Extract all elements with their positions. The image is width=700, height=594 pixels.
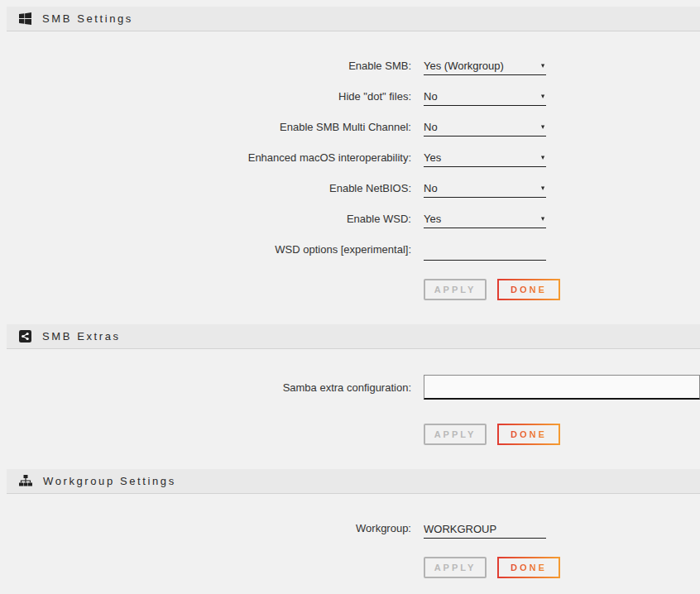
select-smb-multichannel[interactable]: No ▼ — [424, 120, 546, 137]
apply-button-smb-settings[interactable]: APPLY — [424, 279, 487, 300]
label-smb-multichannel: Enable SMB Multi Channel: — [7, 120, 411, 137]
apply-button-smb-extras[interactable]: APPLY — [424, 424, 487, 445]
workgroup-buttons: APPLY DONE — [424, 557, 700, 578]
section-header-smb-extras[interactable]: SMB Extras — [7, 324, 700, 349]
row-workgroup: Workgroup: — [7, 521, 700, 539]
row-wsd-options: WSD options [experimental]: — [7, 242, 700, 261]
row-enable-smb: Enable SMB: Yes (Workgroup) ▼ — [7, 59, 700, 75]
section-title: SMB Extras — [42, 330, 121, 343]
smb-settings-buttons: APPLY DONE — [424, 279, 700, 300]
smb-settings-form: Enable SMB: Yes (Workgroup) ▼ Hide "dot"… — [7, 31, 700, 300]
select-macos-interop[interactable]: Yes ▼ — [424, 151, 546, 167]
sitemap-icon — [19, 475, 32, 486]
label-netbios: Enable NetBIOS: — [7, 181, 411, 198]
label-wsd: Enable WSD: — [7, 212, 411, 228]
done-button-smb-settings[interactable]: DONE — [497, 279, 560, 300]
select-hide-dot-files[interactable]: No ▼ — [424, 89, 546, 106]
section-smb-extras: SMB Extras Samba extra configuration: AP… — [7, 324, 700, 445]
row-macos-interop: Enhanced macOS interoperability: Yes ▼ — [7, 151, 700, 167]
row-smb-multichannel: Enable SMB Multi Channel: No ▼ — [7, 120, 700, 137]
select-wsd[interactable]: Yes ▼ — [424, 212, 546, 228]
share-icon — [19, 330, 31, 343]
input-workgroup[interactable] — [424, 522, 546, 539]
row-wsd: Enable WSD: Yes ▼ — [7, 212, 700, 228]
label-workgroup: Workgroup: — [7, 521, 411, 539]
chevron-down-icon: ▼ — [539, 184, 545, 192]
settings-page: SMB Settings Enable SMB: Yes (Workgroup)… — [0, 0, 700, 578]
section-header-smb-settings[interactable]: SMB Settings — [7, 7, 700, 31]
done-button-smb-extras[interactable]: DONE — [497, 424, 560, 445]
row-samba-extra: Samba extra configuration: — [7, 375, 700, 400]
label-hide-dot-files: Hide "dot" files: — [7, 89, 411, 106]
chevron-down-icon: ▼ — [539, 123, 545, 131]
chevron-down-icon: ▼ — [539, 154, 545, 161]
section-workgroup-settings: Workgroup Settings Workgroup: APPLY DONE — [7, 469, 700, 579]
section-smb-settings: SMB Settings Enable SMB: Yes (Workgroup)… — [7, 7, 700, 300]
smb-extras-form: Samba extra configuration: APPLY DONE — [7, 349, 700, 445]
input-wsd-options[interactable] — [424, 244, 546, 261]
workgroup-form: Workgroup: APPLY DONE — [7, 494, 700, 579]
section-title: Workgroup Settings — [43, 475, 176, 487]
apply-button-workgroup[interactable]: APPLY — [424, 557, 487, 578]
section-header-workgroup-settings[interactable]: Workgroup Settings — [7, 469, 700, 494]
windows-icon — [19, 12, 31, 25]
chevron-down-icon: ▼ — [539, 215, 545, 223]
label-macos-interop: Enhanced macOS interoperability: — [7, 151, 411, 167]
section-title: SMB Settings — [42, 12, 133, 25]
select-netbios[interactable]: No ▼ — [424, 181, 546, 198]
smb-extras-buttons: APPLY DONE — [424, 424, 700, 445]
textarea-samba-extra[interactable] — [424, 375, 700, 400]
done-button-workgroup[interactable]: DONE — [497, 557, 560, 578]
label-samba-extra: Samba extra configuration: — [7, 375, 411, 400]
select-enable-smb[interactable]: Yes (Workgroup) ▼ — [424, 59, 546, 75]
row-hide-dot-files: Hide "dot" files: No ▼ — [7, 89, 700, 106]
label-wsd-options: WSD options [experimental]: — [7, 242, 411, 261]
label-enable-smb: Enable SMB: — [7, 59, 411, 75]
row-netbios: Enable NetBIOS: No ▼ — [7, 181, 700, 198]
chevron-down-icon: ▼ — [539, 93, 545, 100]
chevron-down-icon: ▼ — [539, 62, 545, 69]
